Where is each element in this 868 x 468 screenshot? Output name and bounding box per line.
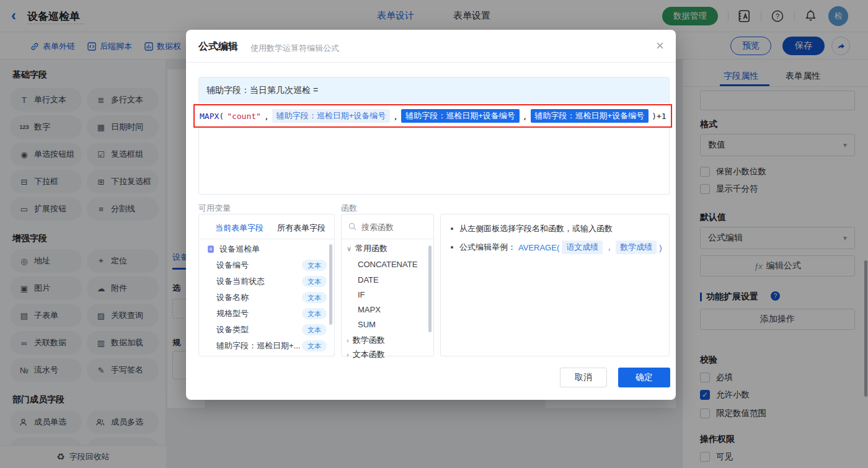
modal-title: 公式编辑 — [198, 40, 238, 53]
comma-token: , — [264, 112, 269, 121]
type-badge: 文本 — [302, 260, 327, 271]
close-icon[interactable]: × — [656, 39, 664, 53]
formula-line-annotation[interactable]: MAPX("count", 辅助字段：巡检日期+设备编号 , 辅助字段：巡检日期… — [193, 104, 672, 128]
variable-row[interactable]: 设备当前状态文本 — [216, 276, 327, 287]
function-item-date[interactable]: DATE — [358, 275, 379, 285]
function-group-label: 文本函数 — [353, 349, 385, 360]
field-chip-selected[interactable]: 辅助字段：巡检日期+设备编号 — [531, 109, 649, 123]
function-group-text[interactable]: › 文本函数 — [347, 349, 385, 360]
variable-row[interactable]: 设备类型文本 — [216, 324, 327, 335]
modal-subtitle: 使用数学运算符编辑公式 — [250, 43, 339, 54]
type-badge: 文本 — [302, 324, 327, 335]
cancel-button[interactable]: 取消 — [560, 368, 607, 387]
variable-name: 设备当前状态 — [216, 276, 302, 287]
comma-token: , — [523, 112, 528, 121]
type-badge: 文本 — [302, 340, 327, 351]
tab-all-form-fields[interactable]: 所有表单字段 — [277, 223, 326, 234]
search-icon — [348, 222, 357, 231]
form-tree-root-label: 设备巡检单 — [219, 244, 260, 255]
function-group-label: 数学函数 — [353, 335, 385, 346]
functions-scrollbar[interactable] — [428, 245, 432, 332]
chevron-collapsed-icon: › — [347, 337, 349, 344]
tip-line: 从左侧面板选择字段名和函数，或输入函数 — [451, 223, 613, 234]
function-group-label: 常用函数 — [355, 243, 388, 254]
type-badge: 文本 — [302, 292, 327, 303]
variable-name: 设备名称 — [216, 292, 302, 303]
function-search-input[interactable] — [360, 218, 430, 236]
formula-editor[interactable]: 辅助字段：当日第几次巡检 = — [198, 77, 670, 195]
variable-name: 设备类型 — [216, 324, 302, 335]
field-chip-selected[interactable]: 辅助字段：巡检日期+设备编号 — [401, 109, 520, 123]
function-token[interactable]: MAPX( — [200, 112, 224, 121]
function-group-math[interactable]: › 数学函数 — [347, 335, 385, 346]
variable-row[interactable]: 规格型号文本 — [216, 308, 327, 319]
functions-label: 函数 — [341, 203, 357, 214]
confirm-button[interactable]: 确定 — [618, 368, 670, 387]
variables-label: 可用变量 — [198, 203, 231, 214]
variable-name: 设备编号 — [216, 260, 302, 271]
tip-line-example: 公式编辑举例： AVERAGE( 语文成绩 ， 数学成绩 ) — [451, 241, 662, 254]
tip-example-separator: ， — [605, 242, 613, 253]
form-doc-icon — [206, 245, 215, 254]
variable-row[interactable]: 设备编号文本 — [216, 260, 327, 271]
tip-example-chip: 语文成绩 — [562, 241, 603, 254]
tab-current-form-fields[interactable]: 当前表单字段 — [215, 223, 264, 234]
formula-target-bar: 辅助字段：当日第几次巡检 = — [199, 77, 669, 103]
type-badge: 文本 — [302, 308, 327, 319]
function-item-concatenate[interactable]: CONCATENATE — [358, 260, 417, 269]
variable-name: 辅助字段：巡检日期+... — [216, 340, 302, 351]
string-token[interactable]: "count" — [227, 112, 261, 121]
tip-example-close: ) — [659, 243, 662, 252]
modal-header-divider — [186, 62, 676, 63]
functions-panel: ∨ 常用函数 CONCATENATE DATE IF MAPX SUM › 数学… — [341, 214, 434, 356]
chevron-collapsed-icon: › — [347, 351, 349, 358]
variable-name: 规格型号 — [216, 308, 302, 319]
tip-example-function: AVERAGE( — [518, 243, 559, 252]
bullet-icon — [451, 227, 453, 230]
variables-tabs-divider — [199, 239, 334, 239]
tip-example-prefix: 公式编辑举例： — [459, 242, 516, 253]
form-tree-root[interactable]: 设备巡检单 — [206, 244, 260, 255]
function-item-mapx[interactable]: MAPX — [358, 305, 381, 314]
function-item-if[interactable]: IF — [358, 290, 365, 299]
variables-panel: 当前表单字段 所有表单字段 设备巡检单 设备编号文本 设备当前状态文本 设备名称… — [198, 214, 335, 356]
bullet-icon — [451, 246, 453, 249]
suffix-token[interactable]: )+1 — [652, 112, 666, 121]
function-item-sum[interactable]: SUM — [358, 320, 376, 329]
formula-target-label: 辅助字段：当日第几次巡检 = — [206, 85, 318, 96]
comma-token: , — [393, 112, 398, 121]
variable-row[interactable]: 设备名称文本 — [216, 292, 327, 303]
function-group-common[interactable]: ∨ 常用函数 — [347, 243, 388, 254]
variables-scrollbar[interactable] — [329, 244, 332, 325]
type-badge: 文本 — [302, 276, 327, 287]
variable-row[interactable]: 辅助字段：巡检日期+...文本 — [216, 340, 327, 351]
tips-panel: 从左侧面板选择字段名和函数，或输入函数 公式编辑举例： AVERAGE( 语文成… — [440, 214, 670, 356]
field-chip[interactable]: 辅助字段：巡检日期+设备编号 — [272, 109, 391, 123]
formula-edit-modal: 公式编辑 使用数学运算符编辑公式 × 辅助字段：当日第几次巡检 = MAPX("… — [186, 30, 676, 400]
chevron-expanded-icon: ∨ — [347, 245, 352, 253]
tip-example-chip: 数学成绩 — [616, 241, 657, 254]
tip-text: 从左侧面板选择字段名和函数，或输入函数 — [459, 223, 613, 234]
search-divider — [342, 239, 433, 239]
